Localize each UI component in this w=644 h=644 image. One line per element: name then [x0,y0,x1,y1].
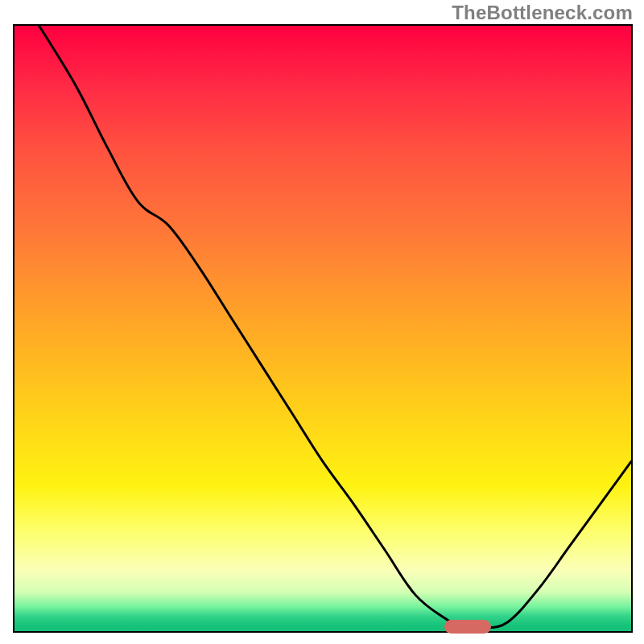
chart-curve-layer [14,26,631,631]
optimal-point-marker [444,620,490,634]
bottleneck-curve [39,26,631,630]
chart-area [13,24,633,633]
attribution-label: TheBottleneck.com [452,2,633,24]
